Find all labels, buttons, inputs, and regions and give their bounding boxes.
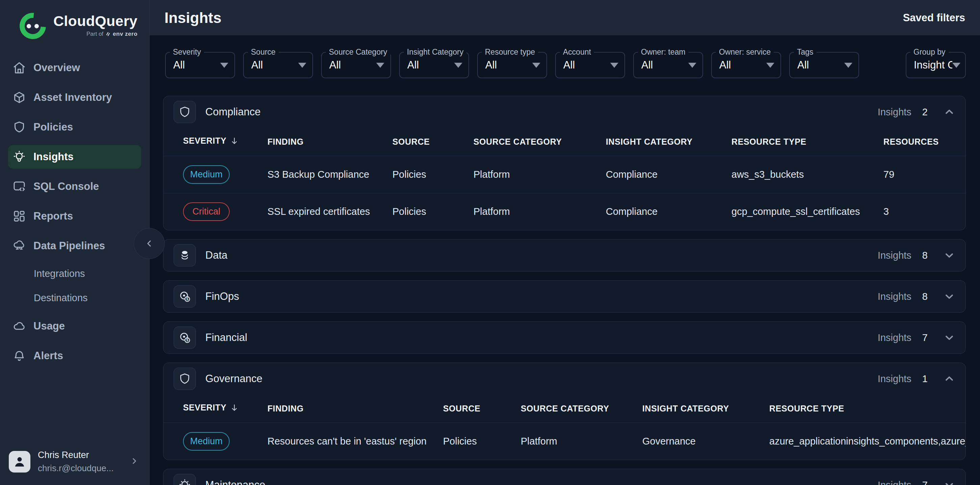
sidebar-item-label: Usage [33, 320, 65, 332]
section-governance: Governance Insights 1 SEVERITY FINDING S… [163, 363, 966, 460]
section-finops: $ FinOps Insights 8 [163, 280, 966, 313]
table-row[interactable]: Medium Resources can't be in 'eastus' re… [164, 423, 966, 460]
column-severity[interactable]: SEVERITY [164, 128, 267, 156]
section-compliance-header[interactable]: Compliance Insights 2 [164, 96, 966, 128]
compliance-table: SEVERITY FINDING SOURCE SOURCE CATEGORY … [164, 128, 966, 230]
chevron-down-icon [844, 63, 852, 68]
filter-label: Account [560, 48, 594, 57]
sidebar-item-usage[interactable]: Usage [8, 314, 141, 338]
insights-count: 2 [922, 106, 928, 118]
brand-tagline: Part of env zero [53, 31, 137, 37]
source-cell: Policies [392, 193, 474, 230]
column-source[interactable]: SOURCE [392, 128, 474, 156]
filter-source-category[interactable]: Source Category All [321, 52, 391, 78]
column-finding[interactable]: FINDING [267, 128, 392, 156]
chevron-left-icon [144, 238, 154, 249]
resource-type-cell: gcp_compute_ssl_certificates [732, 193, 883, 230]
bell-icon [13, 349, 26, 363]
filter-source[interactable]: Source All [243, 52, 313, 78]
filter-value: All [329, 59, 341, 71]
column-source-category[interactable]: SOURCE CATEGORY [474, 128, 606, 156]
chevron-down-icon [298, 63, 306, 68]
column-severity[interactable]: SEVERITY [164, 395, 267, 423]
insight-category-cell: Compliance [606, 156, 732, 193]
page-title: Insights [164, 10, 221, 26]
table-row[interactable]: Critical SSL expired certificates Polici… [164, 193, 966, 230]
group-by-select[interactable]: Group by Insight Cat... [906, 52, 966, 78]
sidebar-item-insights[interactable]: Insights [8, 145, 141, 169]
chevron-down-icon [532, 63, 540, 68]
column-resource-type[interactable]: RESOURCE TYPE [732, 128, 883, 156]
sidebar-item-policies[interactable]: Policies [8, 115, 141, 139]
sidebar-item-reports[interactable]: Reports [8, 204, 141, 228]
brand-logo[interactable]: CloudQuery Part of env zero [0, 0, 149, 39]
collapse-section-button[interactable] [943, 373, 955, 385]
section-finops-header[interactable]: $ FinOps Insights 8 [164, 281, 966, 312]
insights-label: Insights [878, 250, 912, 261]
filter-value: All [563, 59, 575, 71]
filter-severity[interactable]: Severity All [165, 52, 235, 78]
sidebar-item-sql-console[interactable]: SQL Console [8, 175, 141, 198]
finding-cell: SSL expired certificates [267, 193, 392, 230]
column-resource-type[interactable]: RESOURCE TYPE [769, 395, 966, 423]
sidebar-item-integrations[interactable]: Integrations [8, 263, 141, 284]
chevron-down-icon [376, 63, 384, 68]
expand-section-button[interactable] [943, 479, 955, 485]
section-data-header[interactable]: Data Insights 8 [164, 239, 966, 271]
cost-icon: $ [173, 285, 196, 307]
column-resources[interactable]: RESOURCES [883, 128, 966, 156]
expand-section-button[interactable] [943, 290, 955, 303]
expand-section-button[interactable] [943, 249, 955, 262]
section-maintenance-header[interactable]: Maintenance Insights 7 [164, 469, 966, 485]
insights-label: Insights [878, 106, 912, 118]
pipelines-icon [13, 239, 26, 253]
section-governance-header[interactable]: Governance Insights 1 [164, 363, 966, 395]
chevron-down-icon [952, 63, 961, 68]
filter-value: All [719, 59, 731, 71]
filter-value: All [641, 59, 653, 71]
table-row[interactable]: Medium S3 Backup Compliance Policies Pla… [164, 156, 966, 193]
sidebar-item-label: Alerts [33, 350, 63, 362]
section-title: Governance [205, 373, 262, 385]
column-insight-category[interactable]: INSIGHT CATEGORY [642, 395, 769, 423]
sidebar-item-overview[interactable]: Overview [8, 56, 141, 79]
section-financial-header[interactable]: $ Financial Insights 7 [164, 322, 966, 353]
insights-count: 7 [922, 332, 928, 343]
filter-label: Owner: service [716, 48, 774, 57]
user-menu[interactable]: Chris Reuter chris.r@cloudque... [0, 441, 149, 485]
page-header: Insights Saved filters [150, 0, 980, 36]
column-source[interactable]: SOURCE [443, 395, 521, 423]
filter-owner-service[interactable]: Owner: service All [711, 52, 781, 78]
column-source-category[interactable]: SOURCE CATEGORY [521, 395, 642, 423]
filter-insight-category[interactable]: Insight Category All [399, 52, 469, 78]
filter-resource-type[interactable]: Resource type All [477, 52, 547, 78]
resource-type-cell: azure_applicationinsights_components,azu… [769, 423, 966, 460]
filter-account[interactable]: Account All [555, 52, 625, 78]
expand-section-button[interactable] [943, 331, 955, 344]
collapse-section-button[interactable] [943, 106, 955, 118]
svg-text:$: $ [186, 297, 188, 301]
svg-text:$: $ [186, 338, 188, 342]
filter-label: Severity [170, 48, 204, 57]
chevron-down-icon [610, 63, 618, 68]
cloudquery-logo-icon [19, 13, 46, 39]
sidebar-item-asset-inventory[interactable]: Asset Inventory [8, 86, 141, 109]
sidebar-item-alerts[interactable]: Alerts [8, 344, 141, 368]
table-header-row: SEVERITY FINDING SOURCE SOURCE CATEGORY … [164, 395, 966, 423]
filter-label: Resource type [482, 48, 538, 57]
chevron-right-icon [130, 456, 139, 467]
sidebar-item-data-pipelines[interactable]: Data Pipelines [8, 234, 141, 258]
sidebar-collapse-button[interactable] [134, 228, 165, 259]
column-finding[interactable]: FINDING [267, 395, 443, 423]
filter-tags[interactable]: Tags All [789, 52, 859, 78]
sidebar-item-destinations[interactable]: Destinations [8, 287, 141, 308]
saved-filters-button[interactable]: Saved filters [903, 12, 965, 24]
chevron-down-icon [688, 63, 696, 68]
insight-category-cell: Compliance [606, 193, 732, 230]
chevron-down-icon [220, 63, 228, 68]
filter-owner-team[interactable]: Owner: team All [633, 52, 703, 78]
insights-count: 1 [922, 373, 928, 385]
column-insight-category[interactable]: INSIGHT CATEGORY [606, 128, 732, 156]
insights-count: 8 [922, 291, 928, 302]
section-financial: $ Financial Insights 7 [163, 322, 966, 354]
